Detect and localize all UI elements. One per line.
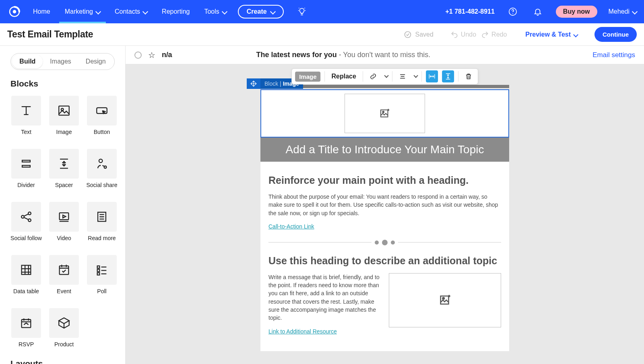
- chevron-down-icon: [96, 8, 100, 15]
- fit-width-icon[interactable]: [426, 70, 438, 82]
- preview-test-button[interactable]: Preview & Test: [525, 31, 578, 38]
- selected-image-block[interactable]: [260, 89, 509, 138]
- save-status: Saved: [404, 31, 433, 39]
- block-social-share[interactable]: Social share: [86, 149, 118, 188]
- svg-point-23: [382, 111, 384, 113]
- tab-build[interactable]: Build: [12, 55, 43, 68]
- buy-now-button[interactable]: Buy now: [556, 6, 597, 18]
- block-type-pill: Image: [295, 72, 320, 82]
- svg-rect-9: [22, 165, 30, 167]
- star-icon[interactable]: ☆: [148, 50, 155, 60]
- bell-icon[interactable]: [531, 5, 545, 19]
- svg-point-4: [405, 31, 411, 37]
- brand-logo[interactable]: [7, 4, 22, 19]
- unselected-radio-icon[interactable]: [134, 51, 142, 59]
- block-divider[interactable]: Divider: [10, 149, 42, 188]
- global-top-bar: Home Marketing Contacts Reporting Tools …: [0, 0, 644, 23]
- user-menu[interactable]: Mehedi: [609, 8, 637, 15]
- replace-button[interactable]: Replace: [329, 71, 358, 82]
- drag-handle-icon[interactable]: [247, 78, 260, 89]
- redo-button[interactable]: Redo: [481, 31, 507, 39]
- cta-link-1[interactable]: Call-to-Action Link: [268, 223, 314, 230]
- tab-images[interactable]: Images: [43, 55, 78, 68]
- image-placeholder[interactable]: [345, 94, 425, 133]
- heading-2[interactable]: Use this heading to describe an addition…: [268, 255, 501, 267]
- heading-1[interactable]: Reinforce your main point with a heading…: [268, 175, 501, 186]
- paragraph-2[interactable]: Write a message that is brief, friendly,…: [268, 273, 381, 322]
- svg-point-3: [512, 13, 513, 14]
- create-button[interactable]: Create: [238, 5, 284, 19]
- align-icon[interactable]: [396, 70, 409, 82]
- image-placeholder-2[interactable]: [389, 273, 501, 327]
- svg-rect-18: [60, 266, 69, 274]
- email-settings-link[interactable]: Email settings: [592, 51, 635, 59]
- page-header-bar: Test Email Template Saved Undo Redo Prev…: [0, 23, 644, 46]
- block-rsvp[interactable]: RSVP: [10, 308, 42, 348]
- svg-rect-15: [60, 213, 69, 220]
- svg-point-10: [99, 159, 103, 163]
- chevron-down-icon: [143, 8, 147, 15]
- svg-point-24: [442, 298, 444, 300]
- svg-rect-20: [97, 269, 100, 272]
- section-blocks-title: Blocks: [0, 73, 125, 90]
- block-image[interactable]: Image: [48, 96, 80, 135]
- email-body[interactable]: Add a Title to Introduce Your Main Topic…: [260, 89, 509, 351]
- fit-height-icon[interactable]: [442, 70, 454, 82]
- nav-reporting[interactable]: Reporting: [162, 1, 190, 23]
- chevron-down-icon[interactable]: [413, 73, 417, 80]
- chevron-down-icon: [633, 8, 637, 15]
- block-text[interactable]: Text: [10, 96, 42, 135]
- svg-rect-5: [59, 106, 69, 115]
- help-icon[interactable]: [506, 5, 520, 19]
- paragraph-1[interactable]: Think about the purpose of your email: Y…: [268, 193, 501, 217]
- left-sidebar: Build Images Design Blocks Text Image Bu…: [0, 46, 126, 364]
- undo-button[interactable]: Undo: [450, 31, 476, 39]
- chevron-down-icon: [223, 8, 227, 15]
- block-button[interactable]: Button: [86, 96, 118, 135]
- chevron-down-icon[interactable]: [383, 73, 388, 80]
- svg-rect-19: [97, 266, 100, 268]
- phone-number: +1 781-482-8911: [446, 8, 495, 15]
- nav-marketing[interactable]: Marketing: [65, 1, 100, 23]
- block-event[interactable]: Event: [48, 255, 80, 294]
- block-product[interactable]: Product: [48, 308, 80, 348]
- cta-link-2[interactable]: Link to Additional Resource: [268, 328, 337, 335]
- block-poll[interactable]: Poll: [86, 255, 118, 294]
- block-social-follow[interactable]: Social follow: [10, 202, 42, 241]
- block-data-table[interactable]: Data table: [10, 255, 42, 294]
- svg-point-1: [13, 10, 17, 14]
- nav-contacts[interactable]: Contacts: [115, 1, 147, 23]
- page-title: Test Email Template: [7, 29, 93, 40]
- nav-home[interactable]: Home: [33, 1, 50, 23]
- dot-divider[interactable]: [268, 240, 501, 245]
- block-spacer[interactable]: Spacer: [48, 149, 80, 188]
- section-layouts-title: Layouts: [0, 353, 125, 364]
- svg-rect-8: [22, 160, 30, 162]
- sidebar-tabs: Build Images Design: [10, 53, 114, 70]
- trash-icon[interactable]: [462, 70, 475, 82]
- canvas-header: ☆ n/a The latest news for you - You don'…: [126, 46, 644, 64]
- chevron-down-icon: [574, 31, 578, 38]
- title-band[interactable]: Add a Title to Introduce Your Main Topic: [260, 138, 509, 162]
- from-value: n/a: [162, 51, 172, 59]
- editor-canvas: ☆ n/a The latest news for you - You don'…: [126, 46, 644, 364]
- nav-tools[interactable]: Tools: [204, 1, 226, 23]
- svg-rect-17: [22, 265, 31, 275]
- block-read-more[interactable]: Read more: [86, 202, 118, 241]
- chevron-down-icon: [271, 8, 275, 15]
- svg-rect-21: [97, 273, 100, 275]
- lightbulb-icon[interactable]: [295, 5, 309, 19]
- tab-design[interactable]: Design: [78, 55, 113, 68]
- svg-rect-7: [97, 108, 107, 113]
- link-icon[interactable]: [367, 70, 379, 82]
- block-video[interactable]: Video: [48, 202, 80, 241]
- continue-button[interactable]: Continue: [594, 27, 637, 42]
- block-context-toolbar: Image Replace: [291, 68, 478, 84]
- email-subject[interactable]: The latest news for you - You don't want…: [256, 51, 431, 59]
